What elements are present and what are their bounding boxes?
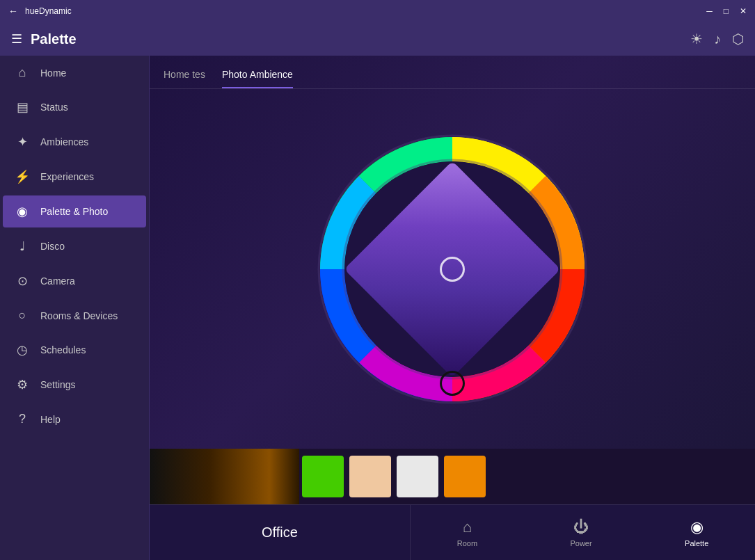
app-title: hueDynamic	[25, 6, 72, 16]
layout: ⌂ Home ▤ Status ✦ Ambiences ⚡ Experience…	[0, 56, 755, 560]
swatch-preview-gradient	[150, 449, 299, 504]
status-icon: ▤	[14, 99, 31, 115]
header-icons: ☀ ♪ ⬡	[690, 31, 744, 47]
sidebar-label-camera: Camera	[40, 275, 75, 287]
bottom-actions: ⌂ Room ⏻ Power ◉ Palette	[411, 505, 755, 560]
minimize-button[interactable]: ─	[706, 6, 713, 16]
sidebar: ⌂ Home ▤ Status ✦ Ambiences ⚡ Experience…	[0, 56, 150, 560]
swatch-green[interactable]	[302, 456, 344, 497]
room-label: Office	[262, 525, 298, 541]
main-content: Home tes Photo Ambience	[150, 56, 755, 560]
sidebar-label-disco: Disco	[40, 241, 65, 252]
sidebar-item-palette-photo[interactable]: ◉ Palette & Photo	[3, 195, 146, 227]
brightness-icon[interactable]: ☀	[690, 31, 703, 47]
bottom-hue-indicator[interactable]	[440, 371, 465, 396]
sidebar-label-help: Help	[40, 414, 61, 425]
experiences-icon: ⚡	[14, 169, 31, 184]
sidebar-item-rooms-devices[interactable]: ○ Rooms & Devices	[3, 300, 146, 331]
tabs-bar: Home tes Photo Ambience	[150, 56, 755, 89]
swatches-row	[150, 449, 755, 504]
color-wheel-container[interactable]	[313, 130, 591, 408]
diamond-center-marker	[440, 257, 465, 282]
color-diamond[interactable]	[376, 193, 529, 346]
page-title: Palette	[31, 31, 77, 47]
cast-icon[interactable]: ⬡	[732, 31, 744, 47]
maximize-button[interactable]: □	[724, 6, 729, 16]
room-action-icon: ⌂	[463, 518, 472, 536]
tab-home-tes[interactable]: Home tes	[164, 69, 205, 88]
palette-photo-icon: ◉	[14, 204, 31, 219]
swatches-container	[299, 449, 488, 504]
titlebar-left: ← hueDynamic	[8, 6, 72, 17]
sidebar-label-palette-photo: Palette & Photo	[40, 206, 108, 217]
back-icon[interactable]: ←	[8, 6, 18, 17]
sidebar-label-status: Status	[40, 102, 68, 113]
help-icon: ?	[14, 412, 31, 426]
swatch-peach[interactable]	[349, 456, 391, 497]
schedules-icon: ◷	[14, 342, 31, 358]
sidebar-item-camera[interactable]: ⊙ Camera	[3, 265, 146, 297]
sidebar-label-experiences: Experiences	[40, 171, 94, 182]
sidebar-label-ambiences: Ambiences	[40, 136, 88, 147]
sidebar-item-home[interactable]: ⌂ Home	[3, 57, 146, 88]
sidebar-item-status[interactable]: ▤ Status	[3, 91, 146, 123]
close-button[interactable]: ✕	[740, 6, 747, 16]
sidebar-item-settings[interactable]: ⚙ Settings	[3, 369, 146, 401]
sidebar-label-home: Home	[40, 67, 66, 79]
power-action-icon: ⏻	[573, 518, 589, 536]
palette-action-icon: ◉	[690, 518, 704, 536]
rooms-devices-icon: ○	[14, 308, 31, 323]
swatch-orange[interactable]	[444, 456, 486, 497]
wheel-area	[150, 89, 755, 449]
sidebar-item-schedules[interactable]: ◷ Schedules	[3, 334, 146, 366]
sidebar-item-experiences[interactable]: ⚡ Experiences	[3, 161, 146, 193]
bottom-room: Office	[150, 505, 411, 560]
disco-icon: ♩	[14, 239, 31, 254]
swatch-white[interactable]	[397, 456, 438, 497]
camera-icon: ⊙	[14, 273, 31, 289]
sidebar-label-schedules: Schedules	[40, 344, 86, 355]
bottom-action-room[interactable]: ⌂ Room	[457, 518, 477, 547]
sidebar-item-disco[interactable]: ♩ Disco	[3, 230, 146, 262]
titlebar: ← hueDynamic ─ □ ✕	[0, 0, 755, 22]
bottom-action-power[interactable]: ⏻ Power	[570, 518, 591, 547]
bottom-action-palette[interactable]: ◉ Palette	[685, 518, 708, 547]
tab-photo-ambience[interactable]: Photo Ambience	[222, 69, 293, 88]
sound-icon[interactable]: ♪	[714, 31, 721, 47]
room-action-label: Room	[457, 539, 477, 547]
titlebar-controls: ─ □ ✕	[706, 6, 747, 16]
ambiences-icon: ✦	[14, 134, 31, 150]
bottom-bar: Office ⌂ Room ⏻ Power ◉ Palette	[150, 504, 755, 560]
sidebar-item-ambiences[interactable]: ✦ Ambiences	[3, 126, 146, 158]
palette-action-label: Palette	[685, 539, 708, 547]
sidebar-label-rooms-devices: Rooms & Devices	[40, 310, 118, 321]
header: ☰ Palette ☀ ♪ ⬡	[0, 22, 755, 56]
sidebar-item-help[interactable]: ? Help	[3, 403, 146, 435]
header-left: ☰ Palette	[11, 31, 77, 47]
home-icon: ⌂	[14, 65, 31, 80]
hamburger-icon[interactable]: ☰	[11, 31, 22, 47]
sidebar-label-settings: Settings	[40, 379, 76, 390]
power-action-label: Power	[570, 539, 591, 547]
settings-icon: ⚙	[14, 377, 31, 392]
